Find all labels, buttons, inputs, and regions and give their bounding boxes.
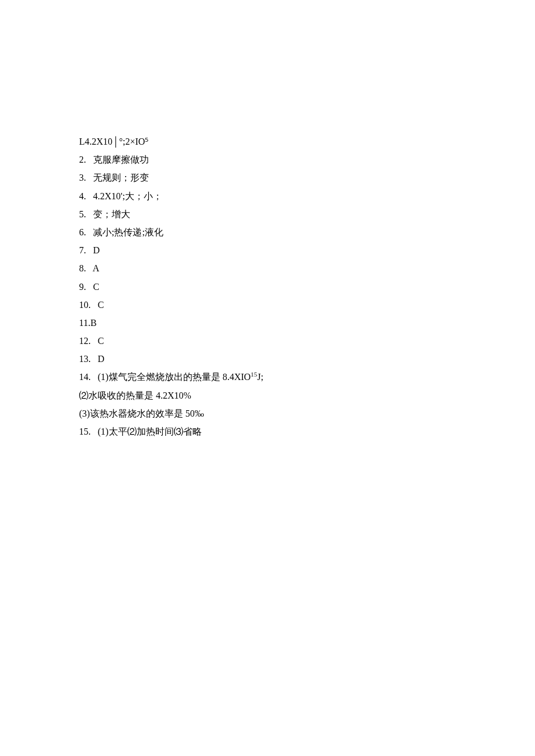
answer-14-text-a: (1)煤气完全燃烧放出的热量是 8.4XIO [98,372,251,382]
answer-11: 11.B [79,314,535,332]
answer-13-text: D [98,354,105,364]
answer-14-num: 14. [79,372,91,382]
answer-14-part3: (3)该热水器烧水的效率是 50‰ [79,404,535,422]
answer-3-text: 无规则；形变 [93,173,149,182]
answer-3: 3. 无规则；形变 [79,169,535,187]
answer-5-num: 5. [79,209,86,219]
answer-1: L4.2X10│°;2×IO⁵ [79,132,535,151]
answer-10-text: C [98,300,104,310]
answer-14-superscript: 15 [251,371,257,378]
answer-9-text: C [93,282,99,292]
answer-4-text: 4.2X10';大；小； [93,191,162,201]
answer-10: 10. C [79,296,535,314]
answer-7-text: D [93,245,100,255]
answer-13-num: 13. [79,354,91,364]
answer-13: 13. D [79,350,535,368]
answer-11-text: 11.B [79,318,97,328]
answer-3-num: 3. [79,173,86,182]
answer-15-text: (1)太平⑵加热时间⑶省略 [98,427,202,436]
answer-2: 2. 克服摩擦做功 [79,151,535,169]
answer-14-part1: 14. (1)煤气完全燃烧放出的热量是 8.4XIO15J; [79,368,535,386]
answer-key-page: L4.2X10│°;2×IO⁵ 2. 克服摩擦做功 3. 无规则；形变 4. 4… [0,0,535,440]
answer-9: 9. C [79,278,535,296]
answer-14-text-b: J; [257,372,263,382]
answer-5: 5. 变；增大 [79,205,535,223]
answer-12: 12. C [79,332,535,350]
answer-14-part2: ⑵水吸收的热量是 4.2X10% [79,386,535,404]
answer-6-text: 减小;热传递;液化 [93,227,163,237]
answer-4: 4. 4.2X10';大；小； [79,187,535,205]
answer-7-num: 7. [79,245,86,255]
answer-1-text: L4.2X10│°;2×IO⁵ [79,137,148,146]
answer-12-num: 12. [79,336,91,346]
answer-5-text: 变；增大 [93,209,130,219]
answer-8-text: A [92,263,99,273]
answer-7: 7. D [79,241,535,259]
answer-9-num: 9. [79,282,86,292]
answer-8-num: 8. [79,263,86,273]
answer-6-num: 6. [79,227,86,237]
answer-2-num: 2. [79,155,86,164]
answer-15: 15. (1)太平⑵加热时间⑶省略 [79,422,535,440]
answer-2-text: 克服摩擦做功 [93,155,149,164]
answer-8: 8. A [79,259,535,277]
answer-4-num: 4. [79,191,86,201]
answer-15-num: 15. [79,427,91,436]
answer-10-num: 10. [79,300,91,310]
answer-14-part3-text: (3)该热水器烧水的效率是 50‰ [79,409,204,418]
answer-14-part2-text: ⑵水吸收的热量是 4.2X10% [79,390,191,400]
answer-12-text: C [98,336,104,346]
answer-6: 6. 减小;热传递;液化 [79,223,535,241]
